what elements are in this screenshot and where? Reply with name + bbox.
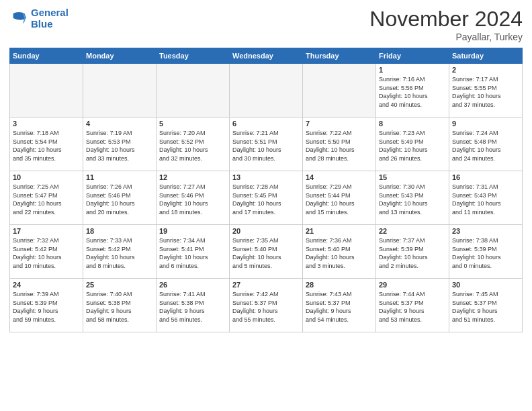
- week-row-1: 1Sunrise: 7:16 AM Sunset: 5:56 PM Daylig…: [10, 64, 523, 118]
- day-cell: 22Sunrise: 7:37 AM Sunset: 5:39 PM Dayli…: [376, 225, 449, 279]
- day-cell: 20Sunrise: 7:35 AM Sunset: 5:40 PM Dayli…: [230, 225, 303, 279]
- weekday-header-sunday: Sunday: [10, 48, 83, 64]
- day-cell: 26Sunrise: 7:41 AM Sunset: 5:38 PM Dayli…: [157, 279, 230, 332]
- week-row-2: 3Sunrise: 7:18 AM Sunset: 5:54 PM Daylig…: [10, 118, 523, 171]
- day-number: 11: [86, 173, 153, 181]
- day-info: Sunrise: 7:17 AM Sunset: 5:55 PM Dayligh…: [452, 75, 519, 109]
- day-info: Sunrise: 7:38 AM Sunset: 5:39 PM Dayligh…: [452, 236, 519, 270]
- day-cell: 3Sunrise: 7:18 AM Sunset: 5:54 PM Daylig…: [10, 118, 83, 171]
- week-row-3: 10Sunrise: 7:25 AM Sunset: 5:47 PM Dayli…: [10, 171, 523, 225]
- day-info: Sunrise: 7:34 AM Sunset: 5:41 PM Dayligh…: [159, 236, 226, 270]
- day-number: 4: [86, 120, 153, 128]
- title-block: November 2024 Payallar, Turkey: [369, 7, 523, 42]
- day-cell: 27Sunrise: 7:42 AM Sunset: 5:37 PM Dayli…: [230, 279, 303, 332]
- day-info: Sunrise: 7:39 AM Sunset: 5:39 PM Dayligh…: [13, 290, 80, 324]
- day-number: 13: [232, 173, 300, 181]
- day-cell: 11Sunrise: 7:26 AM Sunset: 5:46 PM Dayli…: [83, 171, 157, 225]
- weekday-header-friday: Friday: [376, 48, 449, 64]
- day-cell: [10, 64, 83, 118]
- day-cell: [303, 64, 376, 118]
- day-info: Sunrise: 7:33 AM Sunset: 5:42 PM Dayligh…: [86, 236, 153, 270]
- day-number: 21: [306, 227, 373, 235]
- day-number: 15: [379, 173, 446, 181]
- day-cell: 15Sunrise: 7:30 AM Sunset: 5:43 PM Dayli…: [376, 171, 449, 225]
- location-subtitle: Payallar, Turkey: [369, 32, 523, 42]
- header: General Blue November 2024 Payallar, Tur…: [9, 7, 523, 42]
- day-info: Sunrise: 7:29 AM Sunset: 5:44 PM Dayligh…: [306, 183, 373, 216]
- day-info: Sunrise: 7:19 AM Sunset: 5:53 PM Dayligh…: [86, 129, 153, 163]
- week-row-4: 17Sunrise: 7:32 AM Sunset: 5:42 PM Dayli…: [10, 225, 523, 279]
- day-cell: 19Sunrise: 7:34 AM Sunset: 5:41 PM Dayli…: [157, 225, 230, 279]
- day-cell: 2Sunrise: 7:17 AM Sunset: 5:55 PM Daylig…: [449, 64, 523, 118]
- weekday-header-monday: Monday: [83, 48, 157, 64]
- day-info: Sunrise: 7:27 AM Sunset: 5:46 PM Dayligh…: [159, 183, 226, 216]
- day-cell: 12Sunrise: 7:27 AM Sunset: 5:46 PM Dayli…: [157, 171, 230, 225]
- logo-line2: Blue: [31, 18, 69, 30]
- day-info: Sunrise: 7:32 AM Sunset: 5:42 PM Dayligh…: [13, 236, 80, 270]
- day-cell: 17Sunrise: 7:32 AM Sunset: 5:42 PM Dayli…: [10, 225, 83, 279]
- day-cell: 13Sunrise: 7:28 AM Sunset: 5:45 PM Dayli…: [230, 171, 303, 225]
- day-cell: [83, 64, 157, 118]
- day-cell: 1Sunrise: 7:16 AM Sunset: 5:56 PM Daylig…: [376, 64, 449, 118]
- day-cell: 14Sunrise: 7:29 AM Sunset: 5:44 PM Dayli…: [303, 171, 376, 225]
- day-info: Sunrise: 7:23 AM Sunset: 5:49 PM Dayligh…: [379, 129, 446, 163]
- day-cell: 4Sunrise: 7:19 AM Sunset: 5:53 PM Daylig…: [83, 118, 157, 171]
- day-number: 28: [306, 281, 373, 289]
- day-info: Sunrise: 7:16 AM Sunset: 5:56 PM Dayligh…: [379, 75, 446, 109]
- day-info: Sunrise: 7:24 AM Sunset: 5:48 PM Dayligh…: [452, 129, 519, 163]
- day-info: Sunrise: 7:22 AM Sunset: 5:50 PM Dayligh…: [306, 129, 373, 163]
- day-cell: 18Sunrise: 7:33 AM Sunset: 5:42 PM Dayli…: [83, 225, 157, 279]
- day-info: Sunrise: 7:25 AM Sunset: 5:47 PM Dayligh…: [13, 183, 80, 216]
- day-cell: 16Sunrise: 7:31 AM Sunset: 5:43 PM Dayli…: [449, 171, 523, 225]
- day-info: Sunrise: 7:18 AM Sunset: 5:54 PM Dayligh…: [13, 129, 80, 163]
- day-info: Sunrise: 7:31 AM Sunset: 5:43 PM Dayligh…: [452, 183, 519, 216]
- day-info: Sunrise: 7:28 AM Sunset: 5:45 PM Dayligh…: [232, 183, 300, 216]
- day-info: Sunrise: 7:36 AM Sunset: 5:40 PM Dayligh…: [306, 236, 373, 270]
- week-row-5: 24Sunrise: 7:39 AM Sunset: 5:39 PM Dayli…: [10, 279, 523, 332]
- day-cell: 24Sunrise: 7:39 AM Sunset: 5:39 PM Dayli…: [10, 279, 83, 332]
- day-info: Sunrise: 7:35 AM Sunset: 5:40 PM Dayligh…: [232, 236, 300, 270]
- logo-icon: [9, 9, 28, 28]
- day-number: 25: [86, 281, 153, 289]
- day-info: Sunrise: 7:44 AM Sunset: 5:37 PM Dayligh…: [379, 290, 446, 324]
- day-cell: 29Sunrise: 7:44 AM Sunset: 5:37 PM Dayli…: [376, 279, 449, 332]
- day-number: 16: [452, 173, 519, 181]
- day-number: 23: [452, 227, 519, 235]
- day-number: 29: [379, 281, 446, 289]
- day-info: Sunrise: 7:20 AM Sunset: 5:52 PM Dayligh…: [159, 129, 226, 163]
- day-number: 5: [159, 120, 226, 128]
- page: General Blue November 2024 Payallar, Tur…: [0, 0, 532, 411]
- day-info: Sunrise: 7:43 AM Sunset: 5:37 PM Dayligh…: [306, 290, 373, 324]
- day-number: 1: [379, 66, 446, 74]
- day-cell: 21Sunrise: 7:36 AM Sunset: 5:40 PM Dayli…: [303, 225, 376, 279]
- day-info: Sunrise: 7:41 AM Sunset: 5:38 PM Dayligh…: [159, 290, 226, 324]
- day-cell: [157, 64, 230, 118]
- day-cell: 10Sunrise: 7:25 AM Sunset: 5:47 PM Dayli…: [10, 171, 83, 225]
- day-number: 24: [13, 281, 80, 289]
- day-number: 8: [379, 120, 446, 128]
- header-row: SundayMondayTuesdayWednesdayThursdayFrid…: [10, 48, 523, 64]
- day-cell: 25Sunrise: 7:40 AM Sunset: 5:38 PM Dayli…: [83, 279, 157, 332]
- day-cell: 9Sunrise: 7:24 AM Sunset: 5:48 PM Daylig…: [449, 118, 523, 171]
- logo: General Blue: [9, 7, 69, 30]
- day-number: 7: [306, 120, 373, 128]
- calendar-table: SundayMondayTuesdayWednesdayThursdayFrid…: [9, 48, 523, 332]
- day-cell: 23Sunrise: 7:38 AM Sunset: 5:39 PM Dayli…: [449, 225, 523, 279]
- day-number: 9: [452, 120, 519, 128]
- weekday-header-tuesday: Tuesday: [157, 48, 230, 64]
- weekday-header-thursday: Thursday: [303, 48, 376, 64]
- day-cell: 8Sunrise: 7:23 AM Sunset: 5:49 PM Daylig…: [376, 118, 449, 171]
- day-number: 19: [159, 227, 226, 235]
- day-info: Sunrise: 7:30 AM Sunset: 5:43 PM Dayligh…: [379, 183, 446, 216]
- day-number: 20: [232, 227, 300, 235]
- day-number: 17: [13, 227, 80, 235]
- day-cell: 6Sunrise: 7:21 AM Sunset: 5:51 PM Daylig…: [230, 118, 303, 171]
- day-cell: 5Sunrise: 7:20 AM Sunset: 5:52 PM Daylig…: [157, 118, 230, 171]
- day-number: 6: [232, 120, 300, 128]
- day-info: Sunrise: 7:42 AM Sunset: 5:37 PM Dayligh…: [232, 290, 300, 324]
- logo-text-block: General Blue: [31, 7, 69, 30]
- weekday-header-wednesday: Wednesday: [230, 48, 303, 64]
- month-title: November 2024: [369, 7, 523, 32]
- day-cell: [230, 64, 303, 118]
- day-number: 18: [86, 227, 153, 235]
